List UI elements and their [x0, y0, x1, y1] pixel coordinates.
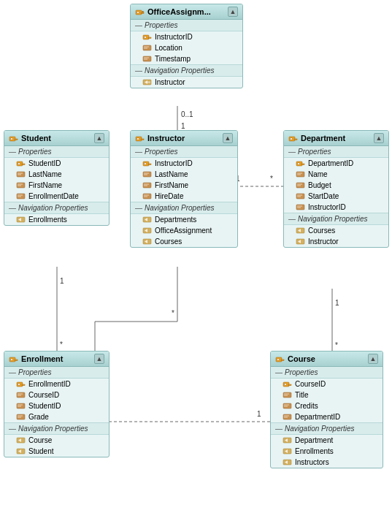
svg-rect-45: [141, 139, 144, 140]
svg-point-65: [291, 137, 293, 140]
entity-officeassignment: OfficeAssignm... ▲ — Properties Instruct…: [130, 4, 243, 88]
section-nav-instructor: — Navigation Properties: [131, 202, 237, 214]
svg-rect-13: [142, 11, 144, 12]
svg-rect-78: [297, 197, 301, 197]
nav-instructors-c: Instructors: [271, 457, 383, 468]
entity-title-department: Department: [301, 134, 345, 142]
collapse-btn-enrollment[interactable]: ▲: [94, 354, 104, 364]
nav-departments-i: Departments: [131, 214, 237, 225]
section-props-course: — Properties: [271, 367, 383, 379]
entity-header-department: Department ▲: [284, 131, 388, 146]
entity-title-officeassignment: OfficeAssignm...: [147, 7, 211, 16]
entity-key-icon-enrollment: [9, 355, 18, 363]
field-icon-ln-s: [16, 170, 26, 178]
svg-rect-71: [297, 173, 302, 174]
section-props-department: — Properties: [284, 146, 388, 158]
svg-rect-116: [284, 406, 288, 407]
svg-rect-16: [148, 37, 151, 39]
svg-rect-48: [148, 164, 151, 165]
prop-credits-c: Credits: [271, 400, 383, 411]
entity-title-enrollment: Enrollment: [21, 354, 63, 363]
field-icon-credits-c: [283, 402, 292, 410]
prop-hiredate-i: HireDate: [131, 191, 237, 202]
prop-instructorid-d: InstructorID: [284, 202, 388, 213]
field-icon-cid-e: [16, 391, 26, 399]
nav-enrollments-s: Enrollments: [4, 214, 109, 225]
entity-course: Course ▲ — Properties CourseID Title Cre…: [270, 351, 383, 468]
svg-rect-36: [18, 184, 23, 185]
collapse-btn-instructor[interactable]: ▲: [223, 133, 233, 143]
key-icon-eid: [16, 380, 26, 388]
conn-label-01: 0..1: [181, 110, 193, 118]
svg-rect-110: [288, 384, 291, 386]
entity-key-icon-officeassignment: [135, 8, 145, 16]
prop-location-oa: Location: [131, 42, 242, 53]
section-nav-officeassignment: — Navigation Properties: [131, 65, 242, 77]
svg-point-15: [145, 37, 147, 39]
collapse-btn-course[interactable]: ▲: [368, 354, 378, 364]
prop-courseid-c: CourseID: [271, 379, 383, 390]
svg-rect-22: [144, 59, 147, 60]
svg-rect-88: [15, 360, 18, 361]
prop-timestamp-oa: Timestamp: [131, 53, 242, 65]
entity-header-student: Student ▲: [4, 131, 109, 146]
prop-courseid-e: CourseID: [4, 390, 109, 400]
entity-instructor: Instructor ▲ — Properties InstructorID L…: [130, 130, 238, 248]
svg-rect-54: [144, 186, 147, 186]
field-icon-grade-e: [16, 413, 26, 421]
field-icon-ed: [16, 192, 26, 200]
svg-rect-77: [297, 195, 302, 196]
svg-point-90: [18, 384, 20, 386]
entity-header-officeassignment: OfficeAssignm... ▲: [131, 4, 242, 20]
svg-rect-57: [144, 197, 147, 197]
svg-rect-113: [284, 395, 288, 396]
svg-rect-119: [284, 417, 288, 418]
nav-icon-c-enrollments: [283, 447, 292, 455]
entity-key-icon-course: [275, 355, 285, 363]
nav-icon-s-enrollments: [16, 216, 26, 224]
collapse-btn-department[interactable]: ▲: [374, 133, 384, 143]
svg-rect-112: [284, 394, 289, 395]
nav-department-c: Department: [271, 435, 383, 446]
prop-budget-d: Budget: [284, 180, 388, 191]
entity-title-student: Student: [21, 134, 51, 142]
svg-point-11: [137, 11, 139, 13]
svg-point-106: [277, 358, 280, 360]
nav-instructor-d: Instructor: [284, 236, 388, 247]
section-props-enrollment: — Properties: [4, 367, 109, 379]
field-icon-sd-d: [296, 192, 305, 200]
prop-startdate-d: StartDate: [284, 191, 388, 202]
key-icon-iid: [142, 159, 152, 167]
svg-rect-18: [144, 47, 149, 48]
svg-rect-72: [297, 175, 301, 175]
collapse-btn-officeassignment[interactable]: ▲: [228, 7, 238, 17]
svg-rect-115: [284, 405, 289, 406]
conn-label-star4: *: [335, 341, 338, 349]
conn-label-1b: 1: [60, 277, 64, 285]
section-nav-department: — Navigation Properties: [284, 213, 388, 225]
section-props-instructor: — Properties: [131, 146, 237, 158]
collapse-btn-student[interactable]: ▲: [94, 133, 104, 143]
svg-rect-19: [144, 48, 147, 49]
svg-point-27: [11, 137, 13, 140]
conn-label-star1: *: [270, 175, 273, 183]
section-properties-officeassignment: — Properties: [131, 20, 242, 31]
svg-rect-53: [144, 184, 149, 185]
field-icon-name-d: [296, 170, 305, 178]
svg-rect-100: [18, 417, 21, 418]
entity-department: Department ▲ — Properties DepartmentID N…: [283, 130, 389, 248]
prop-enrollmentdate: EnrollmentDate: [4, 191, 109, 202]
key-icon-deptid: [296, 159, 305, 167]
diagram-canvas: 0..1 1 0..1 * 1 * * 1 * * 1: [0, 0, 392, 532]
svg-rect-75: [297, 186, 301, 186]
entity-key-icon-department: [288, 134, 298, 142]
entity-header-course: Course ▲: [271, 352, 383, 367]
field-icon-fn-i: [142, 181, 152, 189]
svg-rect-31: [22, 164, 25, 165]
svg-rect-28: [15, 139, 18, 140]
svg-point-68: [298, 163, 300, 165]
nav-icon-i-dept: [142, 216, 152, 224]
svg-rect-93: [18, 394, 23, 395]
field-icon-ts: [142, 55, 152, 63]
svg-rect-96: [18, 405, 23, 406]
